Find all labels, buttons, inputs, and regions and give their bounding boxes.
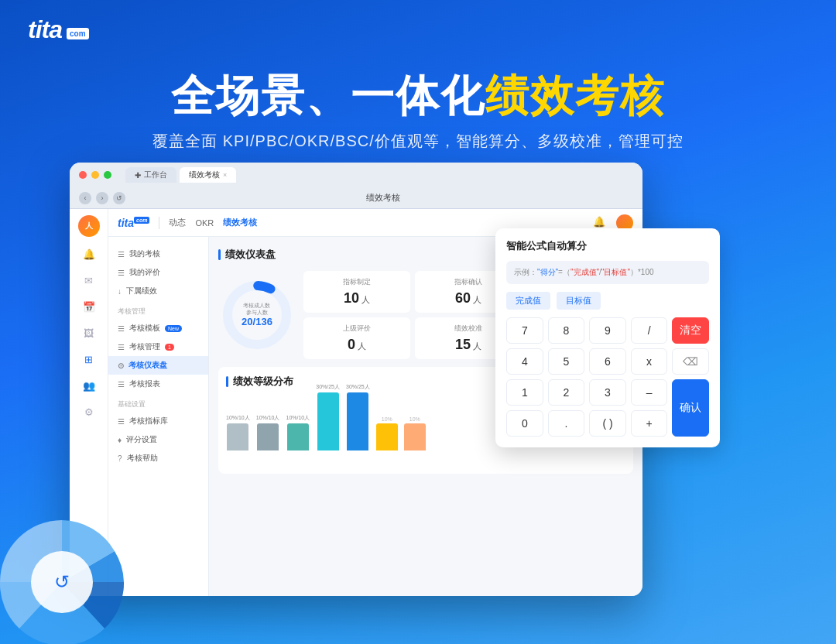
- leftnav-template[interactable]: ☰考核模板New: [108, 319, 208, 337]
- calc-key-4[interactable]: 4: [506, 348, 543, 375]
- browser-dot-yellow[interactable]: [91, 171, 99, 179]
- calc-key-9[interactable]: 9: [589, 317, 626, 344]
- leftnav-score-settings[interactable]: ♦评分设置: [108, 430, 208, 449]
- leftnav-indicator-lib[interactable]: ☰考核指标库: [108, 412, 208, 430]
- bar-label-2: 10%/10人: [286, 414, 310, 422]
- bar-6: 10%: [404, 416, 426, 450]
- calc-keypad: 7 8 9 / 清空 4 5 6 x ⌫ 1 2 3 – 确认 0 . ( ) …: [506, 317, 709, 437]
- calc-tag-target[interactable]: 目标值: [557, 292, 601, 310]
- sidebar-icon-grid[interactable]: ⊞: [80, 350, 98, 368]
- stat-label-0: 指标制定: [311, 277, 403, 287]
- nav-back-btn[interactable]: ‹: [79, 192, 91, 204]
- sidebar-icon-image[interactable]: 🖼: [80, 324, 98, 342]
- calc-key-3[interactable]: 3: [589, 379, 626, 406]
- topnav-logo: titacom: [118, 217, 149, 229]
- calc-tags: 完成值 目标值: [506, 292, 709, 310]
- bar-label-6: 10%: [409, 416, 420, 422]
- calc-key-5[interactable]: 5: [548, 348, 585, 375]
- content-title-bar: 绩效仪表盘: [218, 248, 276, 262]
- bar-label-0: 10%/10人: [226, 414, 250, 422]
- headline-subtitle: 覆盖全面 KPI/PBC/OKR/BSC/价值观等，智能算分、多级校准，管理可控: [0, 131, 836, 152]
- nav-refresh-btn[interactable]: ↺: [113, 192, 125, 204]
- calc-key-1[interactable]: 1: [506, 379, 543, 406]
- sidebar-icon-calendar[interactable]: 📅: [80, 297, 98, 316]
- leftnav-section-management: 考核管理: [108, 300, 208, 319]
- section-bar: [218, 249, 221, 260]
- leftnav-report[interactable]: ☰考核报表: [108, 375, 208, 393]
- bar-rect-2: [287, 423, 309, 450]
- leftnav-my-review[interactable]: ☰我的考核: [108, 245, 208, 263]
- logo-area: tita com: [28, 15, 89, 44]
- logo-com: com: [67, 28, 89, 39]
- calc-key-0[interactable]: 0: [506, 410, 543, 437]
- topnav-item-okr[interactable]: OKR: [195, 218, 214, 228]
- topnav-divider: [159, 217, 159, 229]
- tab-performance[interactable]: 绩效考核 ×: [180, 167, 236, 183]
- browser-tabs: ✚ 工作台 绩效考核 ×: [125, 167, 236, 183]
- calc-key-8[interactable]: 8: [548, 317, 585, 344]
- calc-formula-display: 示例："得分"=（"完成值"/"目标值"）*100: [506, 261, 709, 284]
- bar-0: 10%/10人: [226, 414, 250, 450]
- bar-rect-6: [404, 423, 426, 450]
- calc-key-2[interactable]: 2: [548, 379, 585, 406]
- sidebar-icon-mail[interactable]: ✉: [80, 271, 98, 289]
- topnav-item-performance[interactable]: 绩效考核: [223, 217, 257, 228]
- tab-workbench[interactable]: ✚ 工作台: [125, 167, 176, 183]
- bar-rect-3: [317, 392, 339, 450]
- bar-label-3: 30%/25人: [316, 383, 340, 391]
- bar-rect-1: [257, 423, 279, 450]
- calc-key-6[interactable]: 6: [589, 348, 626, 375]
- badge-new: New: [165, 325, 182, 332]
- leftnav-section-settings: 基础设置: [108, 393, 208, 412]
- calc-key-parens[interactable]: ( ): [589, 410, 626, 437]
- browser-titlebar: ✚ 工作台 绩效考核 ×: [70, 163, 642, 187]
- topnav-logo-com: com: [134, 217, 149, 224]
- bar-rect-0: [227, 423, 248, 450]
- nav-forward-btn[interactable]: ›: [96, 192, 108, 204]
- stat-value-3: 0: [348, 337, 355, 352]
- tab-close-icon[interactable]: ×: [223, 171, 227, 179]
- calc-key-7[interactable]: 7: [506, 317, 543, 344]
- bar-4: 30%/25人: [346, 383, 370, 450]
- decorative-pie: ↺: [0, 505, 139, 644]
- calc-key-divide[interactable]: /: [631, 317, 668, 344]
- stat-value-4: 15: [455, 337, 471, 352]
- calc-key-dot[interactable]: .: [548, 410, 585, 437]
- calc-key-plus[interactable]: +: [631, 410, 668, 437]
- topnav-item-news[interactable]: 动态: [169, 217, 186, 228]
- sidebar-icon-people[interactable]: 👥: [80, 376, 98, 395]
- calc-key-delete[interactable]: ⌫: [672, 348, 709, 375]
- calc-key-confirm[interactable]: 确认: [672, 379, 709, 437]
- browser-urlbar: ‹ › ↺ 绩效考核: [70, 187, 642, 209]
- topnav-bell-icon[interactable]: 🔔: [593, 216, 607, 230]
- donut-label: 考核成人数参与人数: [242, 302, 272, 316]
- leftnav-management[interactable]: ☰考核管理1: [108, 337, 208, 356]
- calculator-popup: 智能公式自动算分 示例："得分"=（"完成值"/"目标值"）*100 完成值 目…: [495, 228, 720, 447]
- svg-text:↺: ↺: [54, 571, 70, 592]
- headline-main: 全场景、一体化绩效考核: [0, 70, 836, 122]
- calc-key-minus[interactable]: –: [631, 379, 668, 406]
- chart-title: 绩效等级分布: [233, 375, 293, 389]
- leftnav-help[interactable]: ?考核帮助: [108, 449, 208, 468]
- leftnav-dashboard[interactable]: ⊙考核仪表盘: [108, 356, 208, 375]
- bar-label-1: 10%/10人: [256, 414, 280, 422]
- sidebar-icon-bell[interactable]: 🔔: [80, 245, 98, 263]
- browser-dot-green[interactable]: [104, 171, 111, 179]
- calc-key-multiply[interactable]: x: [631, 348, 668, 375]
- sidebar-avatar: 人: [78, 215, 100, 237]
- headline-area: 全场景、一体化绩效考核 覆盖全面 KPI/PBC/OKR/BSC/价值观等，智能…: [0, 70, 836, 152]
- browser-dot-red[interactable]: [79, 171, 87, 179]
- dashboard-title: 绩效仪表盘: [225, 248, 276, 262]
- browser-nav-buttons: ‹ › ↺: [79, 192, 125, 204]
- bar-1: 10%/10人: [256, 414, 280, 450]
- chart-section-bar: [226, 376, 228, 387]
- bar-5: 10%: [376, 416, 398, 450]
- leftnav-subordinate[interactable]: ↓下属绩效: [108, 282, 208, 300]
- sidebar-icon-settings[interactable]: ⚙: [80, 402, 98, 421]
- calc-key-clear[interactable]: 清空: [672, 317, 709, 344]
- leftnav-my-eval[interactable]: ☰我的评价: [108, 263, 208, 282]
- calc-tag-complete[interactable]: 完成值: [506, 292, 550, 310]
- stat-card-0: 指标制定 10 人: [303, 271, 410, 313]
- stat-label-3: 上级评价: [311, 324, 403, 334]
- bar-2: 10%/10人: [286, 414, 310, 450]
